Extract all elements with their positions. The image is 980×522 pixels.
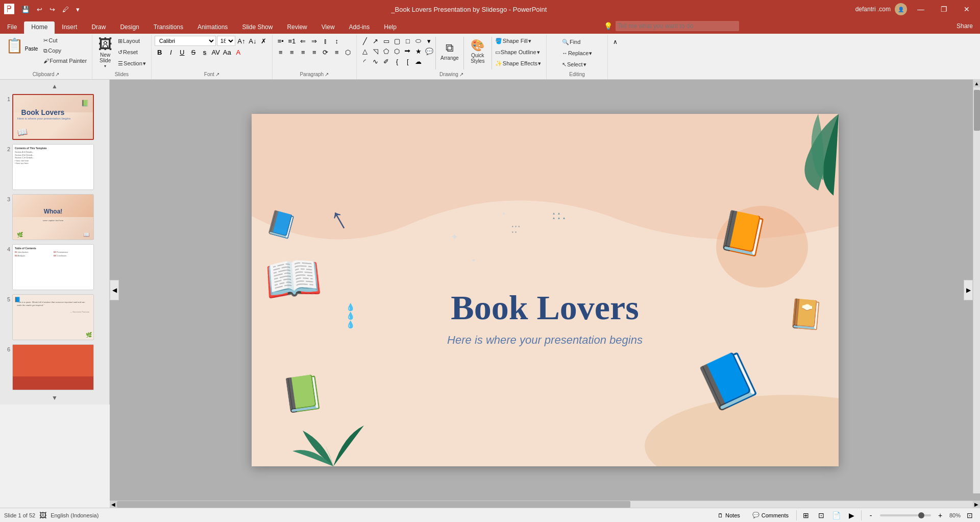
shape-oval[interactable]: ⬭ xyxy=(413,36,424,46)
shape-arrow[interactable]: ↗ xyxy=(371,36,381,46)
numbering-button[interactable]: ≡1 xyxy=(287,36,297,46)
increase-indent-button[interactable]: ⇒ xyxy=(309,36,320,46)
slide-sorter-button[interactable]: ⊡ xyxy=(815,510,827,520)
tab-transitions[interactable]: Transitions xyxy=(146,21,190,34)
tell-me-input[interactable] xyxy=(616,21,739,31)
find-button[interactable]: 🔍 Find xyxy=(560,37,582,47)
horizontal-scrollbar[interactable]: ◀ ▶ xyxy=(110,501,980,508)
align-right-button[interactable]: ≡ xyxy=(298,47,308,57)
replace-button[interactable]: ↔ Replace ▾ xyxy=(560,48,594,58)
paragraph-expand[interactable]: ↗ xyxy=(325,72,329,77)
slide-thumb-1[interactable]: 1 Book Lovers Here is where your present… xyxy=(2,93,107,141)
tab-view[interactable]: View xyxy=(314,21,342,34)
section-button[interactable]: ☰ Section ▾ xyxy=(116,58,148,68)
line-spacing-button[interactable]: ↕ xyxy=(332,36,342,46)
shape-fill-button[interactable]: 🪣 Shape Fill ▾ xyxy=(493,36,543,46)
drawing-expand[interactable]: ↗ xyxy=(459,72,463,77)
shape-brace[interactable]: { xyxy=(392,56,402,66)
new-slide-dropdown[interactable]: ▾ xyxy=(104,64,106,68)
slide-thumb-3[interactable]: 3 Whoa! some caption text here 🌿 📖 xyxy=(2,193,107,241)
zoom-out-button[interactable]: - xyxy=(865,510,877,520)
align-center-button[interactable]: ≡ xyxy=(287,47,297,57)
zoom-slider[interactable] xyxy=(880,514,931,516)
scroll-up-button[interactable]: ▲ xyxy=(2,82,107,91)
copy-button[interactable]: ⧉ Copy xyxy=(41,46,89,55)
tab-help[interactable]: Help xyxy=(377,21,404,34)
shape-square[interactable]: □ xyxy=(403,36,413,46)
shape-rect[interactable]: ▭ xyxy=(381,36,391,46)
decrease-indent-button[interactable]: ⇐ xyxy=(298,36,308,46)
shadow-button[interactable]: s xyxy=(200,47,210,57)
zoom-in-button[interactable]: + xyxy=(934,510,946,520)
reset-button[interactable]: ↺ Reset xyxy=(116,47,148,57)
slide-thumb-6[interactable]: 6 xyxy=(2,343,107,391)
cut-button[interactable]: ✂ Cut xyxy=(41,36,89,45)
redo-button[interactable]: ↪ xyxy=(46,5,58,14)
font-color-button[interactable]: A xyxy=(233,47,243,57)
columns-button[interactable]: ⫿ xyxy=(321,36,331,46)
customize-qat-button[interactable]: 🖊 xyxy=(59,5,72,14)
tab-design[interactable]: Design xyxy=(113,21,146,34)
char-spacing-button[interactable]: AV xyxy=(211,47,221,57)
bullets-button[interactable]: ≡• xyxy=(276,36,286,46)
shape-hex[interactable]: ⬡ xyxy=(392,46,402,56)
close-button[interactable]: ✕ xyxy=(958,3,976,15)
justify-button[interactable]: ≡ xyxy=(309,47,320,57)
clear-format-button[interactable]: ✗ xyxy=(259,36,269,46)
shape-curve[interactable]: ∿ xyxy=(371,56,381,66)
tab-file[interactable]: File xyxy=(0,21,24,34)
shape-tri[interactable]: △ xyxy=(360,46,370,56)
shape-freeform[interactable]: ✐ xyxy=(381,56,391,66)
font-size-select[interactable]: 18 xyxy=(217,36,235,46)
change-case-button[interactable]: Aa xyxy=(222,47,232,57)
zoom-thumb[interactable] xyxy=(918,512,924,518)
qat-dropdown[interactable]: ▾ xyxy=(73,5,83,14)
font-name-select[interactable]: Calibri xyxy=(155,36,216,46)
shape-callout[interactable]: 💬 xyxy=(424,46,434,56)
align-left-button[interactable]: ≡ xyxy=(276,47,286,57)
scroll-right-button[interactable]: ▶ xyxy=(964,280,973,300)
shape-outline-button[interactable]: ▭ Shape Outline ▾ xyxy=(493,47,543,57)
shape-line[interactable]: ╱ xyxy=(360,36,370,46)
tab-home[interactable]: Home xyxy=(24,21,55,34)
shape-arc[interactable]: ◜ xyxy=(360,56,370,66)
fit-slide-button[interactable]: ⊡ xyxy=(964,510,976,520)
reading-view-button[interactable]: 📄 xyxy=(830,510,843,520)
paste-button[interactable]: 📋 Paste xyxy=(3,36,40,56)
tab-slideshow[interactable]: Slide Show xyxy=(235,21,280,34)
decrease-font-button[interactable]: A↓ xyxy=(248,36,258,46)
scroll-left-button[interactable]: ◀ xyxy=(110,280,119,300)
share-button[interactable]: Share xyxy=(953,21,976,31)
canvas-area[interactable]: ◀ ▶ xyxy=(110,80,980,501)
smartart-button[interactable]: ⬡ xyxy=(343,47,353,57)
notes-button[interactable]: 🗒 Notes xyxy=(713,511,745,520)
font-expand[interactable]: ↗ xyxy=(215,72,219,77)
scroll-next-btn[interactable]: ▶ xyxy=(973,501,980,508)
align-text-button[interactable]: ≡ xyxy=(332,47,342,57)
comments-button[interactable]: 💬 Comments xyxy=(748,510,793,520)
shape-more[interactable]: ▾ xyxy=(424,36,434,46)
bold-button[interactable]: B xyxy=(155,47,165,57)
text-direction-button[interactable]: ⟳ xyxy=(321,47,331,57)
scroll-up-btn[interactable]: ▲ xyxy=(973,80,980,87)
shape-cloud[interactable]: ☁ xyxy=(413,56,424,66)
slide-show-button[interactable]: ▶ xyxy=(846,510,858,520)
normal-view-button[interactable]: ⊞ xyxy=(800,510,812,520)
layout-button[interactable]: ⊞ Layout xyxy=(116,36,148,46)
quick-styles-button[interactable]: 🎨 QuickStyles xyxy=(465,36,491,66)
vertical-scrollbar[interactable]: ▲ ▼ xyxy=(973,80,980,493)
tab-draw[interactable]: Draw xyxy=(84,21,113,34)
hscroll-track[interactable] xyxy=(117,501,973,508)
new-slide-button[interactable]: 🖼 NewSlide ▾ xyxy=(95,36,115,70)
scroll-thumb-v[interactable] xyxy=(974,90,980,131)
hscroll-thumb[interactable] xyxy=(117,501,630,508)
strikethrough-button[interactable]: S xyxy=(188,47,199,57)
tab-review[interactable]: Review xyxy=(280,21,314,34)
shape-pentagon[interactable]: ⬠ xyxy=(381,46,391,56)
shape-rounded-rect[interactable]: ▢ xyxy=(392,36,402,46)
increase-font-button[interactable]: A↑ xyxy=(236,36,247,46)
shape-right-tri[interactable]: ◹ xyxy=(371,46,381,56)
slide-thumb-2[interactable]: 2 Contents of This Template Section A ➤ … xyxy=(2,143,107,191)
shape-arrow-right[interactable]: ⮕ xyxy=(403,46,413,56)
shape-effects-button[interactable]: ✨ Shape Effects ▾ xyxy=(493,58,543,68)
